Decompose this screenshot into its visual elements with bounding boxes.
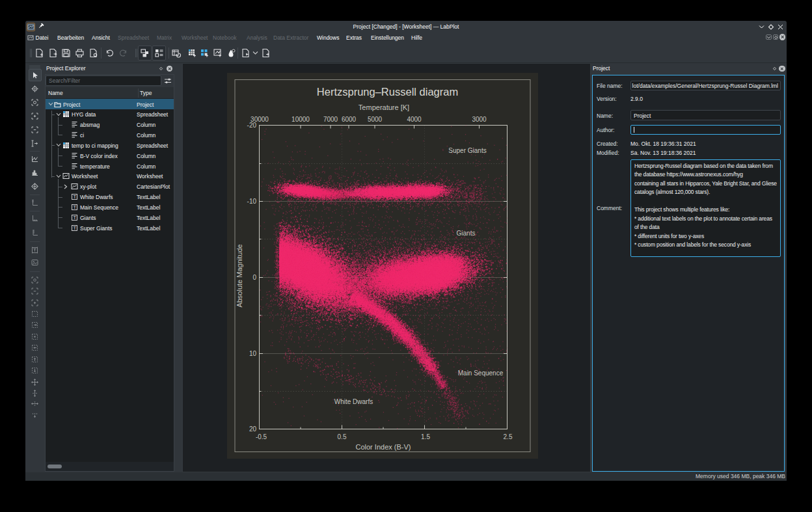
svg-text:T: T <box>74 215 77 221</box>
svg-text:T: T <box>74 194 77 200</box>
svg-text:T: T <box>74 204 77 210</box>
svg-text:T: T <box>74 225 77 231</box>
